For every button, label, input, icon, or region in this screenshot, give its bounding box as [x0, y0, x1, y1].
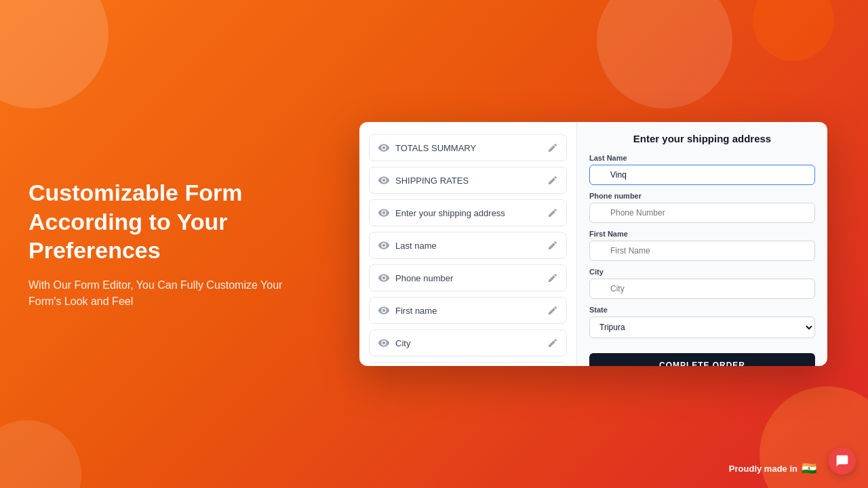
- eye-icon: [378, 239, 390, 251]
- city-input-wrapper: [589, 279, 815, 299]
- decorative-circle-bl: [0, 420, 81, 488]
- form-item-shipping-rates[interactable]: SHIPPING RATES: [369, 167, 567, 194]
- form-item-totals-summary[interactable]: TOTALS SUMMARY: [369, 134, 567, 161]
- form-item-state[interactable]: State: [369, 362, 567, 366]
- form-preview-panel: Enter your shipping address Last Name Ph…: [576, 122, 827, 366]
- first-name-input-wrapper: [589, 241, 815, 261]
- phone-number-label: Phone number: [589, 192, 815, 200]
- city-label: City: [589, 268, 815, 276]
- form-item-last-name[interactable]: Last name: [369, 232, 567, 259]
- form-item-left: Last name: [378, 239, 437, 251]
- phone-number-group: Phone number: [589, 192, 815, 223]
- state-select[interactable]: Tripura Maharashtra Karnataka Delhi Tami…: [589, 317, 815, 338]
- form-preview-title: Enter your shipping address: [589, 133, 815, 144]
- eye-icon: [378, 337, 390, 349]
- form-item-label: Last name: [395, 241, 437, 251]
- page-title: Customizable Form According to Your Pref…: [28, 178, 313, 265]
- form-item-label: First name: [395, 306, 437, 316]
- form-item-shipping-address[interactable]: Enter your shipping address: [369, 199, 567, 226]
- edit-icon[interactable]: [547, 338, 558, 348]
- phone-number-input[interactable]: [589, 203, 815, 223]
- chat-icon: [835, 454, 849, 468]
- eye-icon: [378, 207, 390, 219]
- form-editor-panel: TOTALS SUMMARY SHIPPING RATES Enter your…: [359, 122, 576, 366]
- city-input[interactable]: [589, 279, 815, 299]
- form-item-left: TOTALS SUMMARY: [378, 142, 476, 154]
- edit-icon[interactable]: [547, 207, 558, 218]
- page-subtitle: With Our Form Editor, You Can Fully Cust…: [28, 277, 313, 310]
- form-item-label: SHIPPING RATES: [395, 176, 469, 186]
- form-item-left: First name: [378, 304, 437, 317]
- complete-order-button[interactable]: COMPLETE ORDER: [589, 353, 815, 366]
- form-item-label: Enter your shipping address: [395, 208, 505, 218]
- eye-icon: [378, 272, 390, 284]
- left-content: Customizable Form According to Your Pref…: [28, 178, 313, 310]
- form-item-left: Phone number: [378, 272, 453, 284]
- decorative-circle-tr: [597, 0, 732, 108]
- first-name-label: First Name: [589, 230, 815, 238]
- india-flag: 🇮🇳: [802, 461, 816, 476]
- edit-icon[interactable]: [547, 240, 558, 251]
- edit-icon[interactable]: [547, 175, 558, 186]
- edit-icon[interactable]: [547, 142, 558, 153]
- edit-icon[interactable]: [547, 305, 558, 316]
- form-item-label: TOTALS SUMMARY: [395, 143, 476, 153]
- first-name-group: First Name: [589, 230, 815, 261]
- footer-text: Proudly made in 🇮🇳: [729, 461, 816, 476]
- main-card: TOTALS SUMMARY SHIPPING RATES Enter your…: [359, 122, 827, 366]
- form-item-phone-number[interactable]: Phone number: [369, 264, 567, 291]
- last-name-group: Last Name: [589, 154, 815, 185]
- eye-icon: [378, 304, 390, 317]
- last-name-label: Last Name: [589, 154, 815, 162]
- form-item-left: Enter your shipping address: [378, 207, 505, 219]
- decorative-circle-tr2: [753, 0, 834, 61]
- first-name-input[interactable]: [589, 241, 815, 261]
- form-item-label: Phone number: [395, 273, 453, 283]
- form-item-left: SHIPPING RATES: [378, 174, 469, 186]
- eye-icon: [378, 142, 390, 154]
- last-name-input[interactable]: [589, 165, 815, 185]
- form-item-left: City: [378, 337, 410, 349]
- edit-icon[interactable]: [547, 272, 558, 283]
- city-group: City: [589, 268, 815, 299]
- eye-icon: [378, 174, 390, 186]
- form-item-first-name[interactable]: First name: [369, 297, 567, 324]
- form-item-label: City: [395, 338, 410, 348]
- state-label: State: [589, 306, 815, 314]
- state-group: State Tripura Maharashtra Karnataka Delh…: [589, 306, 815, 338]
- phone-input-wrapper: [589, 203, 815, 223]
- last-name-input-wrapper: [589, 165, 815, 185]
- proudly-made-text: Proudly made in: [729, 464, 797, 474]
- chat-button[interactable]: [829, 447, 856, 474]
- decorative-circle-tl: [0, 0, 108, 108]
- form-item-city[interactable]: City: [369, 329, 567, 357]
